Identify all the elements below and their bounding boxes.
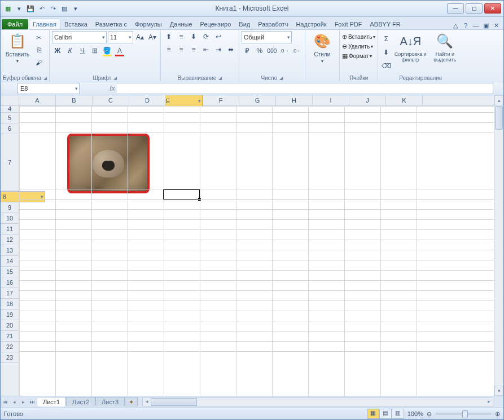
name-box[interactable]: E8 [17,83,80,94]
sheet-tab-2[interactable]: Лист2 [66,397,95,406]
find-select-button[interactable]: 🔍 Найти и выделить [429,31,461,64]
scroll-down-icon[interactable]: ▾ [494,386,503,396]
zoom-in-button[interactable]: ⊕ [495,410,500,418]
sheet-nav-first-icon[interactable]: ⏮ [1,397,10,406]
styles-button[interactable]: 🎨 Стили ▾ [308,31,337,65]
undo-icon[interactable]: ↶ [37,3,47,14]
row-header-15[interactable]: 15 [1,267,19,277]
insert-cells-button[interactable]: ⊕Вставить▾ [342,33,375,41]
dialog-launcher-icon[interactable]: ◢ [218,76,222,81]
format-cells-button[interactable]: ▦Формат▾ [342,52,375,60]
tab-review[interactable]: Рецензиро [196,19,235,29]
row-header-17[interactable]: 17 [1,288,19,299]
normal-view-button[interactable]: ▦ [367,409,379,419]
vertical-scrollbar[interactable]: ▴ ▾ [494,95,503,396]
row-header-21[interactable]: 21 [1,331,19,342]
redo-icon[interactable]: ↷ [48,3,58,14]
tab-file[interactable]: Файл [2,19,28,29]
font-size-select[interactable]: 11 [108,31,133,43]
dialog-launcher-icon[interactable]: ◢ [113,76,117,81]
tab-developer[interactable]: Разработч [254,19,292,29]
currency-icon[interactable]: ₽ [242,45,253,56]
row-header-16[interactable]: 16 [1,277,19,288]
close-button[interactable]: ✕ [484,3,501,14]
align-top-icon[interactable]: ⬆ [163,31,174,42]
increase-indent-icon[interactable]: ⇥ [213,44,224,55]
row-header-12[interactable]: 12 [1,235,19,245]
wrap-text-icon[interactable]: ↩ [213,31,224,42]
align-left-icon[interactable]: ≡ [163,44,174,55]
sheet-tab-3[interactable]: Лист3 [95,397,125,406]
column-header-H[interactable]: H [276,95,313,105]
qat-more-icon[interactable]: ▾ [71,3,81,14]
dialog-launcher-icon[interactable]: ◢ [279,76,283,81]
align-middle-icon[interactable]: ≡ [176,31,187,42]
row-header-10[interactable]: 10 [1,213,19,224]
cut-icon[interactable]: ✂ [33,32,45,43]
sheet-nav-prev-icon[interactable]: ◂ [10,397,19,406]
help-icon[interactable]: ? [462,21,470,29]
increase-font-icon[interactable]: A▴ [134,32,146,43]
tab-formulas[interactable]: Формулы [131,19,166,29]
scroll-thumb[interactable] [151,398,197,406]
mdi-restore-icon[interactable]: ▣ [482,21,490,29]
autosum-icon[interactable]: Σ [380,33,392,45]
row-header-18[interactable]: 18 [1,299,19,310]
tab-layout[interactable]: Разметка с [91,19,131,29]
font-name-select[interactable]: Calibri [52,31,107,43]
dialog-launcher-icon[interactable]: ◢ [43,76,47,81]
italic-button[interactable]: К [64,45,76,56]
underline-button[interactable]: Ч [77,45,88,56]
row-header-20[interactable]: 20 [1,320,19,331]
align-center-icon[interactable]: ≡ [176,44,187,55]
sheet-tab-1[interactable]: Лист1 [37,397,66,406]
decrease-font-icon[interactable]: A▾ [147,32,158,43]
scroll-up-icon[interactable]: ▴ [494,95,503,105]
decrease-decimal-icon[interactable]: .0← [291,45,303,56]
row-header-23[interactable]: 23 [1,352,19,363]
column-header-B[interactable]: B [56,95,93,105]
column-header-J[interactable]: J [349,95,386,105]
number-format-select[interactable]: Общий [242,31,292,43]
bold-button[interactable]: Ж [52,45,63,56]
copy-icon[interactable]: ⎘ [33,45,45,56]
column-header-K[interactable]: K [386,95,423,105]
page-layout-view-button[interactable]: ▤ [379,409,392,419]
maximize-button[interactable]: ▢ [466,3,483,14]
page-break-view-button[interactable]: ▥ [392,409,404,419]
save-icon[interactable]: 💾 [25,3,36,14]
column-header-F[interactable]: F [203,95,239,105]
tab-insert[interactable]: Вставка [60,19,91,29]
format-painter-icon[interactable]: 🖌 [33,57,45,68]
tab-data[interactable]: Данные [166,19,196,29]
column-header-E[interactable]: E [166,95,203,107]
row-header-13[interactable]: 13 [1,245,19,256]
active-cell[interactable] [163,189,200,200]
qat-custom-icon[interactable]: ▤ [59,3,69,14]
column-header-D[interactable]: D [129,95,166,105]
embedded-image-koala[interactable] [67,134,150,193]
qat-dropdown-icon[interactable]: ▾ [14,3,24,14]
row-header-5[interactable]: 5 [1,113,19,123]
tab-abbyy[interactable]: ABBYY FR [366,19,405,29]
comma-icon[interactable]: 000 [266,45,278,56]
row-header-11[interactable]: 11 [1,224,19,235]
horizontal-scrollbar[interactable] [142,397,493,406]
column-header-C[interactable]: C [93,95,129,105]
percent-icon[interactable]: % [254,45,265,56]
formula-input[interactable] [117,83,493,94]
zoom-level[interactable]: 100% [407,410,423,417]
fx-icon[interactable]: fx [108,84,117,93]
tab-foxit[interactable]: Foxit PDF [331,19,366,29]
row-header-7[interactable]: 7 [1,134,19,191]
scroll-thumb[interactable] [495,106,503,130]
tab-home[interactable]: Главная [29,19,60,29]
font-color-icon[interactable]: A [114,45,125,56]
merge-icon[interactable]: ⬌ [225,44,236,55]
align-bottom-icon[interactable]: ⬇ [188,31,199,42]
column-header-A[interactable]: A [19,95,56,105]
row-header-14[interactable]: 14 [1,256,19,267]
orientation-icon[interactable]: ⟳ [200,31,212,42]
mdi-close-icon[interactable]: ✕ [492,21,500,29]
row-header-9[interactable]: 9 [1,202,19,213]
